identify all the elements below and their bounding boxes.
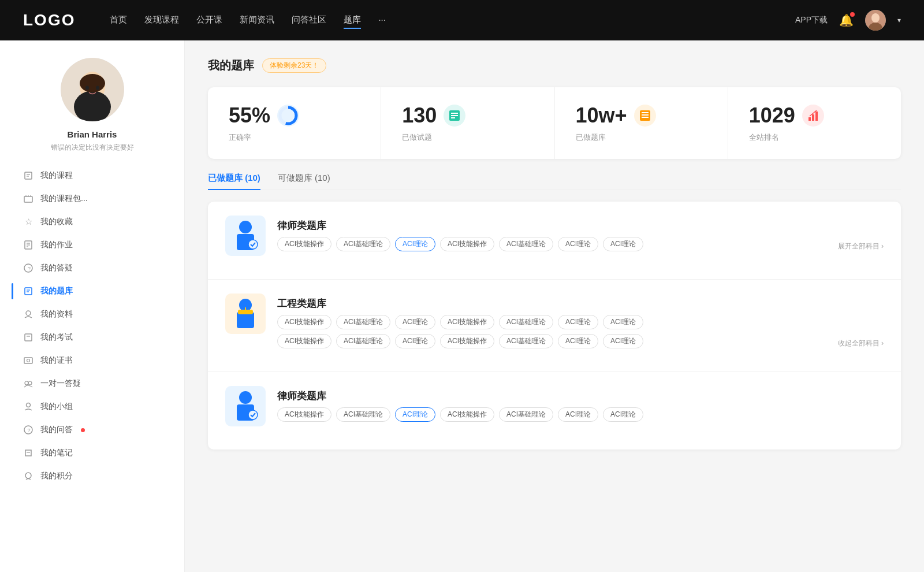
tag[interactable]: ACI理论 — [603, 407, 643, 422]
sidebar-item-my-questions[interactable]: ? 我的问答 — [12, 418, 173, 441]
stat-site-rank: 1029 全站排名 — [728, 87, 901, 159]
sidebar-item-exam[interactable]: 我的考试 — [12, 326, 173, 349]
tag[interactable]: ACI基础理论 — [336, 407, 390, 422]
tag[interactable]: ACI理论 — [558, 315, 598, 329]
engineer-icon — [231, 298, 260, 330]
svg-text:?: ? — [28, 266, 31, 272]
tag[interactable]: ACI理论 — [558, 334, 598, 348]
user-motto: 错误的决定比没有决定要好 — [51, 143, 134, 153]
stat-label: 全站排名 — [749, 132, 779, 143]
tag[interactable]: ACI基础理论 — [499, 407, 553, 422]
tag-active[interactable]: ACI理论 — [395, 237, 435, 251]
app-download-button[interactable]: APP下载 — [795, 15, 828, 25]
lawyer-icon-2 — [231, 391, 260, 422]
stats-row: 55% 正确率 130 — [208, 87, 901, 159]
sidebar-item-one-on-one[interactable]: 一对一答疑 — [12, 372, 173, 395]
tag[interactable]: ACI基础理论 — [499, 237, 553, 251]
sidebar-item-label: 我的考试 — [40, 332, 73, 343]
page-layout: Brian Harris 错误的决定比没有决定要好 我的课程 我的课程包... … — [0, 40, 924, 572]
sidebar-item-my-course[interactable]: 我的课程 — [12, 164, 173, 187]
tag[interactable]: ACI理论 — [395, 315, 435, 329]
sidebar-item-label: 我的小组 — [40, 402, 73, 412]
tag[interactable]: ACI理论 — [395, 334, 435, 348]
tag[interactable]: ACI技能操作 — [440, 315, 494, 329]
tag[interactable]: ACI理论 — [558, 407, 598, 422]
svg-point-1 — [871, 13, 880, 23]
sidebar-item-materials[interactable]: 我的资料 — [12, 303, 173, 326]
tags-row-2: ACI技能操作 ACI基础理论 ACI理论 ACI技能操作 ACI基础理论 AC… — [277, 334, 884, 348]
tag[interactable]: ACI理论 — [603, 334, 643, 348]
tag[interactable]: ACI技能操作 — [440, 334, 494, 348]
sidebar-item-label: 我的课程 — [40, 170, 73, 181]
qbank-title: 律师类题库 — [277, 389, 884, 403]
nav-item-questionbank[interactable]: 题库 — [344, 12, 361, 29]
nav-item-open-course[interactable]: 公开课 — [196, 12, 222, 29]
tag[interactable]: ACI技能操作 — [277, 237, 331, 251]
tabs: 已做题库 (10) 可做题库 (10) — [208, 173, 901, 190]
nav-item-more[interactable]: ··· — [378, 12, 386, 29]
questions-done-icon — [444, 105, 465, 127]
tag[interactable]: ACI技能操作 — [440, 237, 494, 251]
svg-rect-28 — [24, 358, 32, 363]
tab-available[interactable]: 可做题库 (10) — [278, 173, 330, 190]
avatar-dropdown-arrow[interactable]: ▾ — [897, 16, 901, 24]
sidebar-item-favorites[interactable]: ☆ 我的收藏 — [12, 210, 173, 233]
stat-correct-rate: 55% 正确率 — [208, 87, 381, 159]
question-bank-icon — [23, 286, 33, 296]
sidebar-item-notes[interactable]: 我的笔记 — [12, 441, 173, 465]
tag[interactable]: ACI技能操作 — [277, 334, 331, 348]
nav-item-news[interactable]: 新闻资讯 — [240, 12, 274, 29]
points-icon — [23, 471, 33, 481]
navbar: LOGO 首页 发现课程 公开课 新闻资讯 问答社区 题库 ··· APP下载 … — [0, 0, 924, 40]
nav-item-courses[interactable]: 发现课程 — [144, 12, 179, 29]
tag[interactable]: ACI理论 — [603, 237, 643, 251]
stat-top: 1029 — [749, 103, 824, 128]
sidebar-item-question-bank[interactable]: 我的题库 — [12, 280, 173, 303]
tag[interactable]: ACI基础理论 — [499, 315, 553, 329]
collapse-link[interactable]: 收起全部科目 › — [838, 339, 884, 348]
questions-dot — [81, 428, 85, 432]
tag[interactable]: ACI理论 — [558, 237, 598, 251]
question-bank-list: 律师类题库 ACI技能操作 ACI基础理论 ACI理论 ACI技能操作 ACI基… — [208, 202, 901, 450]
sidebar-item-points[interactable]: 我的积分 — [12, 465, 173, 488]
lawyer-icon — [231, 220, 260, 252]
main-content: 我的题库 体验剩余23天！ 55% 正确率 — [185, 40, 924, 572]
sidebar-item-label: 我的资料 — [40, 309, 73, 320]
qbank-tags-section: 律师类题库 ACI技能操作 ACI基础理论 ACI理论 ACI技能操作 ACI基… — [277, 386, 884, 422]
stat-value: 1029 — [749, 103, 795, 128]
tag[interactable]: ACI技能操作 — [277, 407, 331, 422]
nav-item-home[interactable]: 首页 — [110, 12, 127, 29]
svg-point-36 — [25, 473, 31, 478]
sidebar-item-certificate[interactable]: 我的证书 — [12, 349, 173, 372]
expand-link[interactable]: 展开全部科目 › — [838, 242, 884, 251]
sidebar-item-label: 我的题库 — [40, 286, 73, 296]
user-name: Brian Harris — [68, 129, 117, 139]
sidebar-item-label: 我的答疑 — [40, 263, 73, 273]
trial-badge: 体验剩余23天！ — [262, 58, 326, 73]
sidebar-item-group[interactable]: 我的小组 — [12, 395, 173, 418]
svg-point-6 — [80, 74, 105, 92]
sidebar-item-course-package[interactable]: 我的课程包... — [12, 187, 173, 210]
sidebar-item-label: 我的证书 — [40, 355, 73, 366]
notification-bell[interactable]: 🔔 — [839, 13, 854, 27]
tab-done[interactable]: 已做题库 (10) — [208, 173, 260, 190]
tag[interactable]: ACI基础理论 — [336, 334, 390, 348]
tag[interactable]: ACI基础理论 — [336, 237, 390, 251]
notes-icon — [23, 448, 33, 458]
svg-text:?: ? — [28, 428, 31, 433]
svg-rect-54 — [237, 312, 254, 328]
tag[interactable]: ACI理论 — [603, 315, 643, 329]
logo: LOGO — [23, 11, 75, 29]
tag[interactable]: ACI技能操作 — [440, 407, 494, 422]
exam-icon — [23, 332, 33, 343]
avatar[interactable] — [865, 10, 886, 31]
tag[interactable]: ACI技能操作 — [277, 315, 331, 329]
nav-item-qa[interactable]: 问答社区 — [292, 12, 326, 29]
sidebar-item-my-qa[interactable]: ? 我的答疑 — [12, 257, 173, 280]
tag-active[interactable]: ACI理论 — [395, 407, 435, 422]
tag[interactable]: ACI基础理论 — [499, 334, 553, 348]
sidebar-item-homework[interactable]: 我的作业 — [12, 233, 173, 257]
stat-label: 正确率 — [229, 132, 251, 143]
tag[interactable]: ACI基础理论 — [336, 315, 390, 329]
questions-icon: ? — [23, 425, 33, 435]
